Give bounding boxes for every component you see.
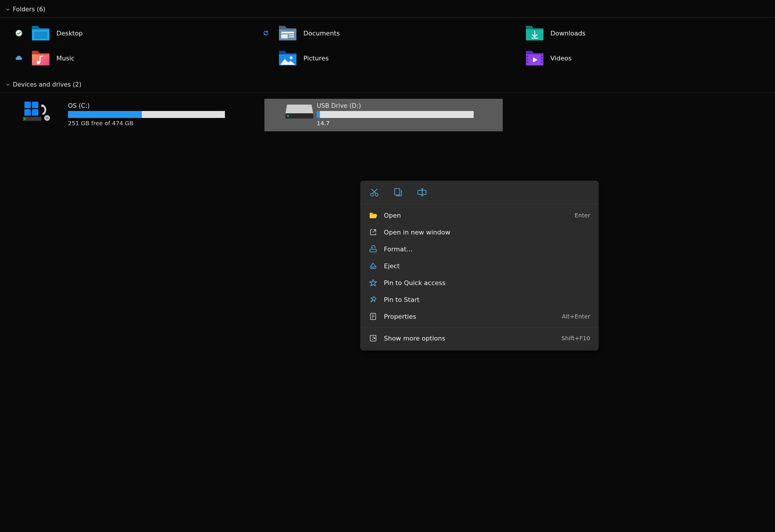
ctx-label: Open [384,212,568,219]
ctx-label: Show more options [384,335,555,342]
folder-label: Documents [303,30,340,37]
ctx-label: Eject [384,262,584,270]
os-drive-icon [17,101,44,119]
sync-refresh-icon [260,27,272,39]
sync-cloud-icon [13,52,25,64]
ctx-shortcut: Alt+Enter [562,313,590,320]
folder-label: Downloads [550,30,586,37]
ctx-label: Properties [384,313,555,320]
svg-rect-19 [24,118,26,120]
properties-icon [369,312,377,321]
folder-open-icon [369,211,377,220]
ctx-item-open-new-window[interactable]: Open in new window [360,224,598,241]
svg-point-0 [16,30,22,36]
ctx-item-format[interactable]: Format... [360,241,598,257]
ctx-shortcut: Shift+F10 [562,335,590,342]
folder-item-videos[interactable]: Videos [507,50,754,67]
svg-rect-12 [541,58,543,60]
drive-item-usb-d[interactable]: USB Drive (D:) 14.7 [264,99,503,131]
svg-rect-3 [281,34,288,38]
drives-section-title: Devices and drives (2) [13,81,81,88]
context-menu-separator [360,327,598,327]
music-folder-icon [31,50,50,66]
rename-button[interactable] [416,186,428,198]
svg-point-26 [375,193,378,196]
usb-drive-icon [285,102,311,121]
ctx-label: Pin to Start [384,296,584,303]
svg-rect-4 [289,34,294,35]
format-icon [369,245,377,253]
chevron-down-icon [6,7,10,11]
context-menu-top-row [360,181,598,204]
pin-icon [369,295,377,304]
folder-item-music[interactable]: Music [13,50,260,67]
drives-section-header[interactable]: Devices and drives (2) [0,75,775,93]
folder-item-documents[interactable]: Documents [260,25,507,42]
videos-folder-icon [525,50,544,66]
show-more-icon [369,334,377,343]
overlay-empty [507,27,519,39]
drive-usage-bar [317,111,474,118]
svg-rect-2 [281,32,294,33]
ctx-item-open[interactable]: Open Enter [360,207,598,224]
svg-rect-1 [34,32,47,39]
svg-rect-11 [541,55,543,57]
downloads-folder-icon [525,25,544,41]
svg-rect-16 [24,109,31,116]
ctx-item-properties[interactable]: Properties Alt+Enter [360,308,598,325]
overlay-empty [260,52,272,64]
svg-rect-20 [41,105,44,107]
drive-usage-fill [68,111,142,118]
chevron-down-icon [6,83,10,87]
folder-item-pictures[interactable]: Pictures [260,50,507,67]
folders-section-title: Folders (6) [13,6,45,13]
sync-check-icon [13,27,25,39]
context-menu: Open Enter Open in new window Format... … [360,181,599,350]
svg-rect-9 [527,58,528,60]
svg-rect-8 [527,55,528,57]
svg-point-22 [46,117,48,119]
folder-label: Music [56,55,75,62]
folder-item-downloads[interactable]: Downloads [507,25,754,42]
svg-point-6 [37,61,40,64]
ctx-item-show-more[interactable]: Show more options Shift+F10 [360,330,598,347]
external-window-icon [369,228,377,237]
ctx-item-pin-quick-access[interactable]: Pin to Quick access [360,274,598,291]
copy-button[interactable] [392,186,404,198]
svg-point-25 [370,193,373,196]
svg-rect-24 [287,115,289,117]
svg-rect-27 [395,189,400,195]
drive-name: USB Drive (D:) [317,102,497,109]
pictures-folder-icon [278,50,297,66]
ctx-label: Open in new window [384,229,584,236]
drive-usage-bar [68,111,225,118]
ctx-label: Format... [384,246,584,253]
folder-label: Videos [550,55,572,62]
svg-point-7 [290,56,292,59]
drive-usage-fill [317,111,320,118]
svg-rect-17 [32,109,38,116]
folders-section-header[interactable]: Folders (6) [0,0,775,18]
desktop-folder-icon [31,25,50,41]
svg-rect-29 [370,249,376,252]
star-icon [369,278,377,287]
svg-rect-14 [24,102,31,108]
svg-rect-15 [32,102,38,108]
svg-rect-10 [527,61,528,63]
svg-rect-23 [285,113,313,119]
documents-folder-icon [278,25,297,41]
drive-free-text: 251 GB free of 474 GB [68,120,259,127]
ctx-label: Pin to Quick access [384,279,584,286]
cut-button[interactable] [368,186,380,198]
drive-free-text: 14.7 [317,120,497,127]
folder-item-desktop[interactable]: Desktop [13,25,260,42]
folder-label: Desktop [56,30,83,37]
ctx-shortcut: Enter [575,212,590,219]
overlay-empty [507,52,519,64]
svg-rect-5 [289,36,294,37]
drive-name: OS (C:) [68,102,259,109]
ctx-item-eject[interactable]: Eject [360,257,598,274]
drive-item-os-c[interactable]: OS (C:) 251 GB free of 474 GB [26,99,264,131]
svg-rect-13 [541,61,543,63]
ctx-item-pin-start[interactable]: Pin to Start [360,291,598,308]
